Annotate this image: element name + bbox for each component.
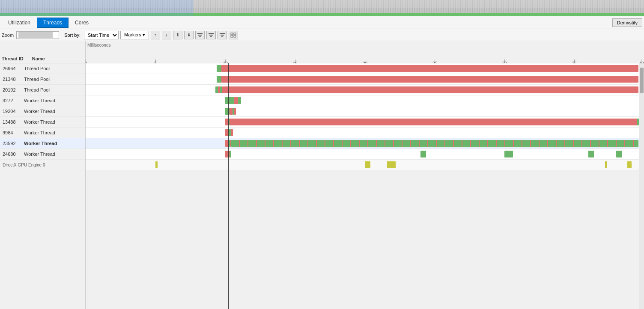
bar-green-8c: [504, 151, 513, 157]
tick-40: 40: [641, 59, 641, 63]
bar-red-4a: [230, 108, 233, 115]
svg-rect-12: [234, 36, 236, 37]
thread-row-left-1[interactable]: 21348 Thread Pool: [0, 74, 85, 85]
bar-red-1: [221, 76, 638, 83]
arrow-up-button[interactable]: ↑: [151, 31, 160, 39]
bar-green-3b: [238, 97, 241, 104]
tab-utilization[interactable]: Utilization: [2, 18, 37, 28]
bar-red-3: [234, 97, 238, 104]
bar-green-8d: [588, 151, 594, 157]
timeline-row-7[interactable]: [86, 138, 644, 149]
zoom-label: Zoom: [2, 33, 14, 38]
svg-rect-0: [197, 33, 203, 34]
bar-green-1: [217, 76, 221, 83]
bar-red-4b: [234, 108, 236, 115]
demystify-button[interactable]: Demystify: [612, 18, 642, 27]
svg-rect-2: [199, 36, 201, 37]
svg-rect-10: [234, 33, 236, 35]
svg-rect-4: [209, 35, 213, 36]
thread-row-left-5[interactable]: 13488 Worker Thread: [0, 117, 85, 128]
tab-cores[interactable]: Cores: [69, 18, 95, 28]
timeline-row-8[interactable]: [86, 149, 644, 160]
left-panel: Thread ID Name 26964 Thread Pool 21348 T…: [0, 41, 86, 309]
svg-rect-9: [231, 33, 233, 35]
markers-button[interactable]: Markers ▾: [120, 31, 149, 39]
grid-button[interactable]: [229, 31, 238, 39]
thread-row-left-8[interactable]: 24680 Worker Thread: [0, 149, 85, 160]
svg-rect-3: [209, 33, 214, 34]
col-thread-id: Thread ID: [2, 56, 24, 61]
timeline-row-3[interactable]: [86, 95, 644, 106]
arrow-down-button[interactable]: ↓: [162, 31, 171, 39]
bar-gpu-2: [387, 161, 396, 168]
bar-green-8b: [420, 151, 426, 157]
svg-rect-11: [231, 36, 233, 37]
timeline-row-2[interactable]: [86, 85, 644, 95]
column-headers: Thread ID Name: [0, 41, 85, 63]
bar-gpu-0: [155, 161, 158, 168]
bar-red-6b: [231, 129, 233, 136]
scrollbar-track[interactable]: [639, 63, 644, 309]
tick-25: 25: [435, 59, 435, 63]
tick-35: 35: [574, 59, 575, 63]
bar-red-5b: [230, 119, 638, 125]
zoom-slider[interactable]: [18, 32, 53, 38]
bar-green-8a: [230, 151, 231, 157]
bar-green-2a: [215, 86, 218, 93]
minimap-selection[interactable]: [0, 0, 193, 16]
cursor-line: [228, 63, 229, 309]
timeline-row-5[interactable]: [86, 117, 644, 128]
timeline-row-4[interactable]: [86, 106, 644, 117]
arrow-down2-button[interactable]: ⇓: [184, 31, 194, 39]
thread-row-left-2[interactable]: 20192 Thread Pool: [0, 85, 85, 95]
sort-select[interactable]: Start Time: [84, 31, 119, 39]
scrollbar-thumb[interactable]: [640, 68, 644, 93]
tick-20: 20: [365, 59, 365, 63]
filter2-button[interactable]: [206, 31, 216, 39]
filter3-button[interactable]: [218, 31, 227, 39]
minimap-content: [0, 0, 644, 16]
tab-threads[interactable]: Threads: [37, 18, 69, 28]
bar-green-0: [217, 65, 221, 72]
time-ruler: 0 5 10 15: [86, 50, 644, 63]
right-panel: Milliseconds 0 5 10 1: [86, 41, 644, 309]
tick-5: 5: [155, 59, 156, 63]
arrow-up2-button[interactable]: ⇑: [173, 31, 182, 39]
bar-red-8a: [225, 151, 230, 157]
milliseconds-label: Milliseconds: [87, 43, 110, 48]
filter1-button[interactable]: [195, 31, 205, 39]
thread-row-left-0[interactable]: 26964 Thread Pool: [0, 63, 85, 74]
timeline-row-1[interactable]: [86, 74, 644, 85]
bar-pattern-7: [231, 140, 638, 147]
thread-row-left-6[interactable]: 9984 Worker Thread: [0, 128, 85, 138]
bar-green-8e: [616, 151, 622, 157]
bar-gpu-4: [627, 161, 632, 168]
timeline-rows: [86, 63, 644, 309]
thread-rows-left: 26964 Thread Pool 21348 Thread Pool 2019…: [0, 63, 85, 309]
tick-10: 10: [225, 59, 226, 63]
tick-0: 0: [86, 59, 86, 63]
bar-red-2b: [222, 86, 638, 93]
timeline-header: Milliseconds 0 5 10 1: [86, 41, 644, 63]
zoom-control[interactable]: [16, 31, 59, 39]
gpu-row-left-0[interactable]: DirectX GPU Engine 0: [0, 160, 85, 170]
svg-rect-8: [221, 36, 223, 37]
sort-label: Sort by:: [64, 33, 80, 38]
main-content: Thread ID Name 26964 Thread Pool 21348 T…: [0, 41, 644, 309]
tick-30: 30: [504, 59, 505, 63]
markers-label: Markers ▾: [124, 32, 145, 38]
col-name: Name: [32, 56, 45, 61]
thread-row-left-3[interactable]: 3272 Worker Thread: [0, 95, 85, 106]
timeline-row-6[interactable]: [86, 128, 644, 138]
bar-green-3: [225, 97, 234, 104]
timeline-row-0[interactable]: [86, 63, 644, 74]
bar-red-0: [221, 65, 638, 72]
svg-rect-1: [198, 35, 202, 36]
thread-row-left-7[interactable]: 23592 Worker Thread: [0, 138, 85, 149]
bar-gpu-3: [605, 161, 607, 168]
minimap: [0, 0, 644, 16]
timeline-row-9[interactable]: [86, 160, 644, 170]
thread-row-left-4[interactable]: 19204 Worker Thread: [0, 106, 85, 117]
toolbar: Zoom Sort by: Start Time Markers ▾ ↑ ↓ ⇑…: [0, 29, 644, 41]
bar-green-4a: [225, 108, 230, 115]
